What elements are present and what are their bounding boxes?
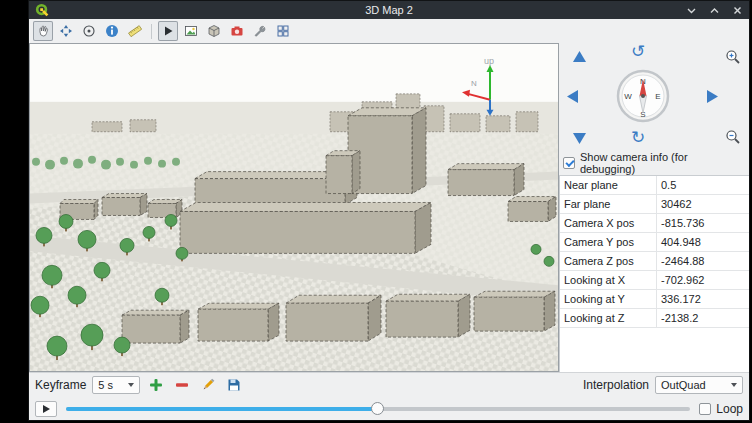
expand-arrows-icon: [59, 24, 73, 38]
camera-tool[interactable]: [227, 21, 247, 41]
chevron-up-icon: [709, 5, 720, 16]
close-button[interactable]: [731, 4, 743, 16]
row-value: -2138.2: [657, 312, 749, 324]
options-tool[interactable]: [273, 21, 293, 41]
camera-icon: [230, 24, 244, 38]
timeline-slider-handle[interactable]: [371, 402, 384, 415]
axis-north-label: N: [471, 79, 477, 88]
nav-left-button[interactable]: [567, 90, 578, 103]
table-row: Far plane30462: [560, 195, 749, 214]
add-keyframe-button[interactable]: [146, 375, 166, 395]
window-title: 3D Map 2: [29, 4, 749, 16]
row-value: 404.948: [657, 236, 749, 248]
export-scene-tool[interactable]: [204, 21, 224, 41]
chevron-down-icon: [128, 383, 134, 387]
interpolation-label: Interpolation: [583, 378, 649, 392]
camera-control-tool[interactable]: [33, 21, 53, 41]
camera-panel: ↺ N E S W: [559, 43, 749, 372]
loop-checkbox[interactable]: [699, 403, 711, 415]
play-icon: [161, 24, 175, 38]
edit-keyframe-button[interactable]: [198, 375, 218, 395]
table-row: Camera X pos-815.736: [560, 214, 749, 233]
content-area: up N ↺: [29, 43, 749, 372]
camera-info-table: Near plane0.5 Far plane30462 Camera X po…: [559, 175, 749, 372]
loop-row[interactable]: Loop: [699, 402, 743, 416]
table-row: Camera Z pos-2464.88: [560, 252, 749, 271]
on-screen-navigation-tool[interactable]: [79, 21, 99, 41]
row-value: -2464.88: [657, 255, 749, 267]
plus-icon: [148, 377, 164, 393]
3d-viewport[interactable]: up N: [29, 43, 559, 372]
navigation-widget: ↺ N E S W: [559, 43, 749, 151]
qgis-logo-icon: [35, 3, 49, 17]
nav-up-button[interactable]: [573, 51, 586, 62]
grid-icon: [276, 24, 290, 38]
show-camera-info-checkbox[interactable]: [563, 157, 575, 169]
row-label: Camera Y pos: [560, 233, 657, 251]
nav-right-button[interactable]: [707, 90, 718, 103]
wrench-icon: [253, 24, 267, 38]
play-button[interactable]: [35, 401, 57, 417]
keyframe-bar: Keyframe 5 s Interpolation OutQuad: [29, 372, 749, 397]
keyframe-label: Keyframe: [35, 378, 86, 392]
triangle-down-icon: [573, 133, 586, 144]
pencil-icon: [200, 377, 216, 393]
row-label: Near plane: [560, 176, 657, 194]
table-row: Looking at Z-2138.2: [560, 309, 749, 328]
close-icon: [732, 5, 743, 16]
save-image-tool[interactable]: [181, 21, 201, 41]
row-value: 336.172: [657, 293, 749, 305]
qgis-3d-map-window: 3D Map 2: [28, 0, 750, 421]
minus-icon: [174, 377, 190, 393]
timeline-slider[interactable]: [66, 401, 690, 417]
animations-tool[interactable]: [158, 21, 178, 41]
picture-icon: [184, 24, 198, 38]
toolbar: [29, 19, 749, 43]
rotate-cw-button[interactable]: ↻: [631, 129, 645, 146]
zoom-in-button[interactable]: [725, 49, 741, 65]
magnifier-plus-icon: [725, 49, 741, 65]
maximize-button[interactable]: [708, 4, 720, 16]
measure-line-tool[interactable]: [125, 21, 145, 41]
titlebar[interactable]: 3D Map 2: [29, 1, 749, 19]
row-value: -702.962: [657, 274, 749, 286]
row-label: Camera Z pos: [560, 252, 657, 270]
ruler-icon: [128, 24, 142, 38]
navigation-circle-icon: [82, 24, 96, 38]
remove-keyframe-button[interactable]: [172, 375, 192, 395]
table-row: Looking at X-702.962: [560, 271, 749, 290]
nav-down-button[interactable]: [573, 133, 586, 144]
interpolation-value: OutQuad: [661, 379, 706, 391]
zoom-out-button[interactable]: [725, 129, 741, 145]
keyframe-duration-value: 5 s: [98, 379, 113, 391]
hand-icon: [36, 24, 50, 38]
row-label: Camera X pos: [560, 214, 657, 232]
loop-label: Loop: [716, 402, 743, 416]
chevron-down-icon: [686, 5, 697, 16]
triangle-up-icon: [573, 51, 586, 62]
interpolation-select[interactable]: OutQuad: [655, 376, 743, 394]
configure-tool[interactable]: [250, 21, 270, 41]
zoom-full-tool[interactable]: [56, 21, 76, 41]
show-camera-info-label: Show camera info (for debugging): [580, 151, 745, 175]
identify-tool[interactable]: [102, 21, 122, 41]
table-row: Looking at Y336.172: [560, 290, 749, 309]
floppy-icon: [226, 377, 242, 393]
row-label: Looking at X: [560, 271, 657, 289]
play-icon: [43, 405, 50, 413]
cube-icon: [207, 24, 221, 38]
compass-east-label: E: [655, 92, 660, 101]
save-animation-button[interactable]: [224, 375, 244, 395]
keyframe-duration-select[interactable]: 5 s: [92, 376, 140, 394]
magnifier-minus-icon: [725, 129, 741, 145]
show-camera-info-row[interactable]: Show camera info (for debugging): [559, 151, 749, 175]
timeline-bar: Loop: [29, 397, 749, 420]
row-value: 30462: [657, 198, 749, 210]
minimize-button[interactable]: [685, 4, 697, 16]
row-label: Looking at Y: [560, 290, 657, 308]
table-row: Camera Y pos404.948: [560, 233, 749, 252]
compass[interactable]: N E S W: [616, 69, 670, 127]
rotate-ccw-button[interactable]: ↺: [631, 43, 645, 60]
triangle-right-icon: [707, 90, 718, 103]
chevron-down-icon: [731, 383, 737, 387]
